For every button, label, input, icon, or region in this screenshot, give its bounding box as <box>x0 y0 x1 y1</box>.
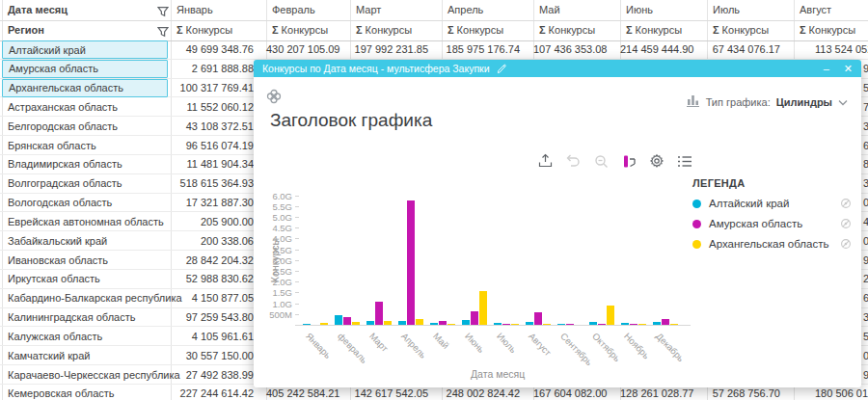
month-column-header[interactable]: Апрель <box>448 4 483 15</box>
filter-icon[interactable] <box>157 4 169 21</box>
measure-header[interactable]: ΣКонкурсы <box>539 24 595 36</box>
chart-window-titlebar[interactable]: Конкурсы по Дата месяц - мультисфера Зак… <box>254 60 861 77</box>
month-column-header[interactable]: Август <box>800 4 831 15</box>
bar-magenta-2[interactable] <box>375 302 383 325</box>
date-month-header[interactable]: Дата месяц <box>8 4 68 15</box>
selected-region-cell[interactable]: Алтайский край <box>2 40 168 59</box>
region-name: Иркутская область <box>8 273 100 284</box>
multisphere-icon[interactable] <box>266 89 282 104</box>
table-row[interactable]: Алтайский край49 699 348.76430 207 105.0… <box>0 40 868 60</box>
bar-cyan-11[interactable] <box>653 322 661 325</box>
visibility-eye-icon[interactable] <box>840 238 852 250</box>
region-name: Амурская область <box>9 63 98 74</box>
cell-value: 248 002 824.42 <box>442 387 520 399</box>
selected-region-cell[interactable]: Архангельская область <box>2 79 168 97</box>
region-name: Астраханская область <box>8 101 118 113</box>
chart-window: Конкурсы по Дата месяц - мультисфера Зак… <box>254 60 861 387</box>
bar-yellow-5[interactable] <box>479 291 487 325</box>
legend-label: Архангельская область <box>709 238 828 250</box>
month-column-header[interactable]: Февраль <box>272 4 315 15</box>
x-tick-label: Апрель <box>399 331 428 360</box>
zoom-out-icon[interactable] <box>592 152 610 170</box>
close-button[interactable]: ✕ <box>844 64 853 74</box>
bar-yellow-6[interactable] <box>511 324 519 325</box>
bar-cyan-10[interactable] <box>621 323 629 325</box>
bar-magenta-10[interactable] <box>630 324 637 325</box>
bar-cyan-6[interactable] <box>494 323 502 325</box>
measure-header[interactable]: ΣКонкурсы <box>448 24 503 36</box>
bar-cyan-2[interactable] <box>366 321 374 325</box>
gear-icon[interactable] <box>648 152 665 170</box>
undo-icon[interactable] <box>564 152 582 170</box>
visibility-eye-icon[interactable] <box>840 198 852 209</box>
bar-magenta-11[interactable] <box>662 319 669 325</box>
bar-yellow-4[interactable] <box>448 324 455 325</box>
bar-cyan-0[interactable] <box>303 324 311 325</box>
legend-item[interactable]: Алтайский край <box>692 198 852 209</box>
sigma-icon: Σ <box>448 24 454 36</box>
bar-magenta-1[interactable] <box>343 317 351 325</box>
region-header[interactable]: Регион <box>8 24 44 36</box>
cell-value-january: 11 481 904.34 <box>171 158 254 170</box>
bar-cyan-8[interactable] <box>557 324 565 325</box>
measure-header[interactable]: ΣКонкурсы <box>626 24 682 36</box>
month-column-header[interactable]: Март <box>356 4 381 15</box>
month-column-header[interactable]: Январь <box>176 4 213 15</box>
measure-header[interactable]: ΣКонкурсы <box>800 24 855 36</box>
legend-item[interactable]: Архангельская область <box>692 238 852 250</box>
bar-yellow-3[interactable] <box>416 319 423 325</box>
x-tick-label: Май <box>431 331 451 351</box>
bar-cyan-9[interactable] <box>589 322 597 325</box>
visibility-eye-icon[interactable] <box>840 218 852 229</box>
legend-item[interactable]: Амурская область <box>692 218 852 229</box>
cell-value-january: 4 150 877.05 <box>171 292 254 304</box>
bar-yellow-1[interactable] <box>352 322 360 325</box>
month-column-header[interactable]: Июнь <box>626 4 653 15</box>
bar-drill-icon[interactable] <box>620 152 637 170</box>
bar-magenta-3[interactable] <box>407 200 415 325</box>
month-column-header[interactable]: Май <box>539 4 560 15</box>
legend-color-dot <box>692 240 701 249</box>
measure-header[interactable]: ΣКонкурсы <box>272 24 328 36</box>
cell-value-january: 227 244 614.42 <box>171 387 254 399</box>
bar-magenta-7[interactable] <box>534 312 542 325</box>
measure-header[interactable]: ΣКонкурсы <box>713 24 769 36</box>
bar-magenta-4[interactable] <box>439 321 447 325</box>
cell-value-january: 97 259 543.80 <box>171 311 254 323</box>
minimize-button[interactable]: – <box>824 64 829 74</box>
bar-yellow-9[interactable] <box>607 306 614 325</box>
table-header-row-measures: РегионΣКонкурсыΣКонкурсыΣКонкурсыΣКонкур… <box>0 20 868 40</box>
bar-cyan-7[interactable] <box>526 322 533 325</box>
bar-yellow-11[interactable] <box>670 324 678 325</box>
legend-list-icon[interactable] <box>676 152 693 170</box>
filter-icon[interactable] <box>157 24 169 41</box>
bar-magenta-8[interactable] <box>566 324 574 325</box>
bar-magenta-5[interactable] <box>471 311 478 325</box>
chart-type-selector[interactable]: Тип графика: Цилиндры <box>687 94 848 109</box>
bar-cyan-3[interactable] <box>398 321 406 325</box>
selected-region-cell[interactable]: Амурская область <box>2 60 168 78</box>
bar-yellow-2[interactable] <box>384 321 392 325</box>
export-icon[interactable] <box>536 152 554 170</box>
measure-header[interactable]: ΣКонкурсы <box>356 24 412 36</box>
bar-magenta-6[interactable] <box>502 324 510 325</box>
x-tick-label: Сентябрь <box>558 331 594 367</box>
y-tick-label: 4.5G <box>263 223 292 233</box>
bar-magenta-9[interactable] <box>598 324 606 325</box>
bar-cyan-1[interactable] <box>335 315 342 325</box>
edit-title-icon[interactable] <box>497 64 507 74</box>
bar-yellow-7[interactable] <box>543 324 551 325</box>
chart-toolbar <box>536 152 693 170</box>
bar-yellow-10[interactable] <box>638 324 646 325</box>
bar-cyan-5[interactable] <box>462 320 470 325</box>
x-tick-label: Январь <box>304 331 334 360</box>
bar-cyan-4[interactable] <box>430 323 438 325</box>
y-tick-label: 1.5G <box>263 287 292 298</box>
cell-value-january: 43 108 372.51 <box>171 120 254 132</box>
cell-value-january: 96 516 074.19 <box>171 140 254 151</box>
measure-header[interactable]: ΣКонкурсы <box>176 24 232 36</box>
region-name: Забайкальский край <box>8 235 107 247</box>
bar-yellow-0[interactable] <box>320 323 328 325</box>
month-column-header[interactable]: Июль <box>713 4 740 15</box>
x-tick-label: Декабрь <box>654 331 687 363</box>
